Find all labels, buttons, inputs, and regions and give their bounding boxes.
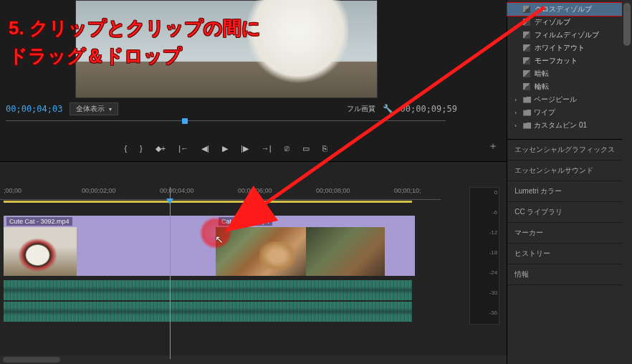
clip-thumbnail [4,227,77,276]
effect-item[interactable]: モーフカット [507,54,632,67]
chevron-right-icon: › [514,123,520,129]
add-marker-button[interactable]: ◆+ [155,144,166,153]
transport-controls: { } ◆+ |← ◀| ▶ |▶ →| ⎚ ▭ ⎘ [0,140,451,157]
level-tick: -18 [489,249,498,256]
video-clip-gap[interactable] [77,216,216,276]
effect-icon [523,70,530,77]
effect-item[interactable]: 輪転 [507,80,632,93]
ruler-mark: 00;00;10; [394,187,421,194]
effect-label: モーフカット [535,56,578,66]
panel-tab[interactable]: CC ライブラリ [507,202,632,223]
timeline-panel: ;00;0000;00;02;0000;00;04;0000;00;06;000… [0,161,507,364]
effect-icon [523,57,530,64]
panel-tab[interactable]: ヒストリー [507,244,632,264]
video-clip-1[interactable]: Cute Cat - 3092.mp4 [4,216,77,276]
ruler-mark: 00;00;04;00 [160,187,194,194]
folder-label: カスタムビン 01 [534,120,587,130]
ruler-mark: 00;00;08;00 [316,187,350,194]
export-frame-button[interactable]: ⎘ [322,144,327,153]
panel-tab[interactable]: エッセンシャルグラフィックス [507,140,632,161]
timecode-duration: 00;00;09;59 [401,104,457,114]
extract-button[interactable]: ▭ [302,144,310,153]
effect-label: 暗転 [535,69,549,79]
effects-panel: クロスディゾルブディゾルブフィルムディゾルブホワイトアウトモーフカット暗転輪転›… [507,0,632,364]
audio-track-a1[interactable] [4,280,412,300]
level-tick: -24 [489,269,498,276]
folder-icon [523,110,531,116]
level-tick: -36 [489,310,498,316]
goto-out-button[interactable]: →| [262,144,272,153]
audio-track-a2[interactable] [4,302,412,322]
effect-item[interactable]: ホワイトアウト [507,42,632,54]
annotation-text: 5. クリップとクリップの間に ドラッグ＆ドロップ [9,14,261,70]
timecode-current[interactable]: 00;00;04;03 [6,104,62,114]
cursor-icon: ↖ [215,234,224,245]
effect-icon [523,32,530,39]
effect-folder[interactable]: ›ワイプ [507,106,632,119]
effect-icon [523,44,530,52]
panel-tab[interactable]: 情報 [507,264,632,285]
effect-label: フィルムディゾルブ [535,30,599,40]
level-tick: -30 [489,289,498,296]
step-forward-button[interactable]: |▶ [241,144,249,153]
goto-in-button[interactable]: |← [178,144,188,153]
effect-item[interactable]: ディゾルブ [507,16,632,29]
timeline-scrollbar-h[interactable] [0,355,507,364]
folder-icon [523,123,531,129]
effect-icon [523,19,530,26]
effects-scrollbar-v[interactable] [622,0,632,364]
step-back-button[interactable]: ◀| [201,144,209,153]
effect-label: 輪転 [535,82,549,92]
level-tick: -6 [492,209,497,216]
folder-icon [523,97,531,103]
panel-tab[interactable]: マーカー [507,223,632,244]
mark-out-button[interactable]: } [140,144,143,153]
chevron-right-icon: › [514,110,520,116]
effect-icon [523,83,530,90]
level-tick: -12 [489,229,498,236]
ruler-mark: 00;00;02;00 [82,187,116,194]
play-button[interactable]: ▶ [222,144,228,153]
zoom-fit-dropdown[interactable]: 全体表示 [70,102,118,115]
effect-folder[interactable]: ›ページピール [507,93,632,106]
lift-button[interactable]: ⎚ [284,144,289,153]
scrub-bar[interactable] [6,120,446,130]
folder-label: ページピール [534,95,577,105]
timeline-playhead[interactable] [170,187,171,359]
video-clip-2[interactable]: Cat - 32033.mp4 [216,216,415,276]
ruler-mark: ;00;00 [4,187,21,194]
resolution-dropdown[interactable]: フル画質 [347,104,375,114]
button-editor-add[interactable]: ＋ [488,140,498,153]
scrub-playhead[interactable] [182,118,188,124]
effect-icon [523,6,530,13]
effect-label: クロスディゾルブ [535,4,592,14]
panel-tab[interactable]: Lumetri カラー [507,181,632,202]
work-area-bar[interactable] [4,201,412,203]
clip-thumbnail [306,227,385,276]
effect-label: ディゾルブ [535,17,570,27]
ruler-mark: 00;00;06;00 [238,187,272,194]
time-ruler[interactable]: ;00;0000;00;02;0000;00;04;0000;00;06;000… [0,187,441,200]
custom-bin[interactable]: ›カスタムビン 01 [507,119,632,132]
mark-in-button[interactable]: { [124,144,127,153]
settings-icon[interactable]: 🔧 [383,104,393,114]
audio-waveform [4,302,412,322]
effect-item[interactable]: 暗転 [507,67,632,80]
folder-label: ワイプ [534,107,555,118]
audio-waveform [4,280,412,300]
panel-tab[interactable]: エッセンシャルサウンド [507,161,632,181]
chevron-right-icon: › [514,97,520,103]
effect-item[interactable]: クロスディゾルブ [507,3,632,16]
audio-level-meter: 0-6-12-18-24-30-36 [469,187,499,325]
level-tick: 0 [494,189,497,196]
effect-item[interactable]: フィルムディゾルブ [507,29,632,42]
effect-label: ホワイトアウト [535,43,585,53]
clip-label: Cute Cat - 3092.mp4 [6,217,72,226]
